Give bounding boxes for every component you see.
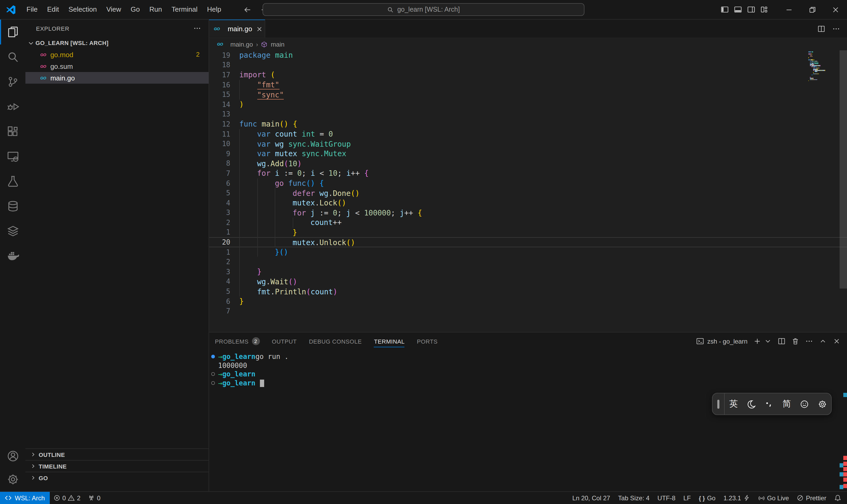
section-label: TIMELINE — [39, 463, 67, 469]
more-actions-icon[interactable] — [193, 24, 201, 32]
code-line: 3for j := 0; j < 100000; j++ { — [209, 208, 847, 218]
status-prettier[interactable]: Prettier — [797, 494, 826, 502]
code-line: 18 — [209, 60, 847, 70]
line-number: 1 — [209, 229, 230, 236]
menu-help[interactable]: Help — [202, 3, 226, 16]
layers-icon[interactable] — [0, 219, 25, 244]
database-icon[interactable] — [0, 194, 25, 219]
panel-tab-output[interactable]: OUTPUT — [272, 332, 297, 350]
remote-label: WSL: Arch — [15, 494, 45, 502]
ports-status[interactable]: 0 — [84, 494, 104, 502]
docker-icon[interactable] — [0, 244, 25, 268]
editor-more-actions-icon[interactable] — [832, 24, 840, 33]
split-terminal-icon[interactable] — [778, 337, 786, 345]
settings-gear-icon[interactable] — [0, 467, 25, 491]
search-icon[interactable] — [0, 44, 25, 69]
code-editor[interactable]: 19package main1817import (16"fmt"15"sync… — [209, 50, 847, 332]
code-line: 4wg.Wait() — [209, 276, 847, 286]
line-number: 8 — [209, 160, 230, 167]
command-decoration[interactable] — [211, 381, 215, 385]
kill-terminal-icon[interactable] — [791, 337, 799, 345]
menu-run[interactable]: Run — [145, 3, 167, 16]
menu-view[interactable]: View — [102, 3, 126, 16]
command-decoration[interactable] — [211, 373, 215, 376]
panel-tab-terminal[interactable]: TERMINAL — [374, 332, 405, 350]
section-outline[interactable]: OUTLINE — [25, 448, 209, 460]
problems-status[interactable]: 0 2 — [50, 494, 84, 502]
toggle-secondary-sidebar-icon[interactable] — [747, 5, 755, 14]
fullwidth-moon-icon[interactable] — [742, 393, 760, 415]
command-center-search[interactable]: go_learn [WSL: Arch] — [263, 3, 584, 16]
code-text: } — [239, 268, 262, 276]
line-number: 1 — [209, 248, 230, 256]
notifications-bell-icon[interactable] — [834, 494, 841, 501]
status-tab-size[interactable]: Tab Size: 4 — [618, 494, 650, 502]
status-encoding[interactable]: UTF-8 — [657, 494, 675, 502]
terminal-dropdown-icon[interactable] — [764, 337, 772, 345]
menu-edit[interactable]: Edit — [42, 3, 64, 16]
indent-guide — [239, 287, 240, 296]
restore-button[interactable] — [800, 0, 824, 19]
new-terminal-icon[interactable] — [753, 337, 761, 345]
minimize-button[interactable] — [777, 0, 800, 19]
split-editor-icon[interactable] — [817, 24, 825, 33]
ime-mode-en-label[interactable]: 英 — [725, 393, 742, 415]
code-line: 1}() — [209, 247, 847, 257]
run-debug-icon[interactable] — [0, 94, 25, 119]
simplified-chinese-label[interactable]: 简 — [778, 393, 796, 415]
source-control-icon[interactable] — [0, 69, 25, 94]
account-icon[interactable] — [0, 444, 25, 467]
editor-scrollbar[interactable] — [840, 50, 847, 332]
section-timeline[interactable]: TIMELINE — [25, 460, 209, 472]
panel-tab-debug-console[interactable]: DEBUG CONSOLE — [309, 332, 362, 350]
indent-guide — [239, 129, 240, 139]
go-back-icon[interactable] — [244, 5, 251, 14]
ime-toolbar[interactable]: 英简 — [712, 393, 832, 415]
command-decoration[interactable] — [211, 355, 215, 358]
menu-selection[interactable]: Selection — [64, 3, 102, 16]
close-window-button[interactable] — [824, 0, 847, 19]
minimap[interactable] — [808, 51, 839, 83]
code-text: } — [239, 228, 297, 237]
ime-drag-handle[interactable] — [713, 393, 725, 415]
close-tab-icon[interactable] — [256, 25, 263, 33]
remote-explorer-icon[interactable] — [0, 144, 25, 169]
tab-main-go[interactable]: GO main.go — [209, 20, 265, 38]
terminal-cursor — [260, 380, 265, 387]
breadcrumb-symbol[interactable]: main — [271, 40, 285, 48]
indent-guide — [239, 228, 240, 237]
file-main.go[interactable]: GOmain.go — [25, 72, 209, 84]
extensions-icon[interactable] — [0, 119, 25, 144]
menu-go[interactable]: Go — [126, 3, 145, 16]
testing-icon[interactable] — [0, 169, 25, 194]
line-number: 3 — [209, 268, 230, 276]
panel-tab-problems[interactable]: PROBLEMS2 — [215, 332, 260, 350]
terminal[interactable]: → go_learn go run .1000000→ go_learn→ go… — [209, 350, 847, 491]
toggle-sidebar-icon[interactable] — [720, 5, 729, 14]
panel-tab-ports[interactable]: PORTS — [417, 332, 437, 350]
maximize-panel-icon[interactable] — [819, 337, 827, 345]
remote-indicator[interactable]: WSL: Arch — [0, 492, 50, 504]
emoji-smiley-icon[interactable] — [796, 393, 813, 415]
close-panel-icon[interactable] — [833, 337, 841, 345]
project-root-folder[interactable]: GO_LEARN [WSL: ARCH] — [25, 37, 209, 49]
status-go-live[interactable]: Go Live — [758, 494, 789, 502]
status-cursor-position[interactable]: Ln 20, Col 27 — [572, 494, 610, 502]
status-language-mode[interactable]: { }Go — [699, 494, 716, 502]
status-eol[interactable]: LF — [683, 494, 691, 502]
file-go.mod[interactable]: GOgo.mod2 — [25, 49, 209, 60]
menu-terminal[interactable]: Terminal — [167, 3, 202, 16]
files-icon[interactable] — [0, 20, 25, 44]
file-go.sum[interactable]: GOgo.sum — [25, 60, 209, 72]
ime-settings-gear-icon[interactable] — [813, 393, 831, 415]
customize-layout-icon[interactable] — [760, 5, 769, 14]
breadcrumb-file[interactable]: main.go — [230, 40, 253, 48]
section-go[interactable]: GO — [25, 472, 209, 483]
panel-more-actions-icon[interactable] — [805, 337, 813, 345]
terminal-title[interactable]: zsh - go_learn — [696, 337, 747, 345]
menu-file[interactable]: File — [22, 3, 42, 16]
punctuation-icon[interactable] — [760, 393, 778, 415]
toggle-panel-icon[interactable] — [734, 5, 742, 14]
indent-guide — [275, 188, 275, 198]
status-go-version[interactable]: 1.23.1 — [723, 494, 750, 502]
